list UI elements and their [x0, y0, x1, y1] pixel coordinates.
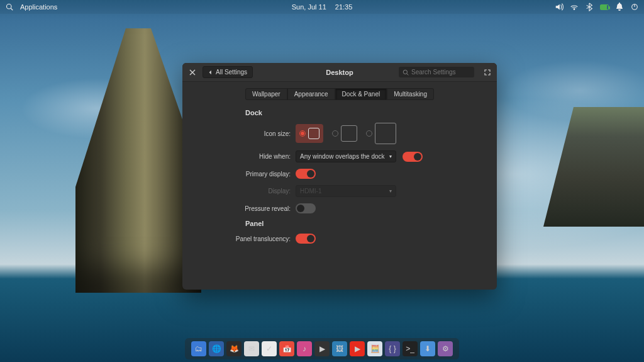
size-preview-large	[375, 123, 396, 144]
section-dock-header: Dock	[245, 109, 497, 116]
tab-multitasking[interactable]: Multitasking	[387, 88, 434, 100]
dock-item-files[interactable]: 🗂	[191, 341, 206, 356]
section-panel-header: Panel	[245, 220, 497, 227]
session-icon[interactable]	[630, 3, 639, 11]
all-settings-button[interactable]: All Settings	[203, 66, 253, 78]
dock-item-videos[interactable]: ▶	[314, 341, 330, 356]
pressure-reveal-toggle[interactable]	[296, 203, 316, 213]
dock-item-photos[interactable]: 🖼	[332, 341, 347, 356]
dock-item-terminal[interactable]: >_	[402, 341, 418, 356]
chevron-down-icon: ▾	[389, 188, 392, 194]
row-icon-size: Icon size:	[182, 123, 497, 144]
svg-point-2	[574, 9, 575, 10]
settings-tabs: Wallpaper Appearance Dock & Panel Multit…	[182, 88, 497, 100]
bluetooth-icon[interactable]	[585, 3, 594, 11]
row-hide-when: Hide when: Any window overlaps the dock …	[182, 150, 497, 162]
applications-menu[interactable]: Applications	[20, 3, 57, 11]
radio-icon	[299, 130, 306, 137]
dock-item-browser-epiphany[interactable]: 🌐	[209, 341, 224, 356]
svg-point-0	[7, 4, 12, 9]
label-panel-translucency: Panel translucency:	[182, 235, 296, 242]
search-input[interactable]	[411, 69, 468, 76]
hide-when-toggle[interactable]	[402, 152, 423, 162]
label-icon-size: Icon size:	[182, 130, 296, 137]
search-icon	[402, 69, 409, 76]
display-dropdown: HDMI-1 ▾	[296, 185, 396, 197]
panel-date[interactable]: Sun, Jul 11	[292, 3, 326, 11]
network-icon[interactable]	[570, 3, 579, 11]
panel-time[interactable]: 21:35	[335, 3, 353, 11]
display-value: HDMI-1	[300, 188, 321, 195]
maximize-button[interactable]	[483, 68, 492, 77]
battery-icon[interactable]	[600, 3, 609, 11]
dock-item-tasks[interactable]: ✓	[262, 341, 277, 356]
radio-icon	[332, 130, 338, 137]
top-panel: Applications Sun, Jul 11 21:35	[0, 0, 644, 14]
settings-search[interactable]	[399, 67, 474, 77]
svg-line-1	[11, 8, 13, 10]
label-hide-when: Hide when:	[182, 153, 296, 160]
close-button[interactable]	[187, 67, 197, 77]
tab-wallpaper[interactable]: Wallpaper	[245, 88, 287, 100]
primary-display-toggle[interactable]	[296, 169, 316, 179]
hide-when-value: Any window overlaps the dock	[300, 153, 385, 160]
back-arrow-icon	[208, 70, 213, 75]
dock: 🗂🌐🦊✉✓📅♪▶🖼▶🧮{ }>_⬇⚙	[185, 338, 459, 359]
icon-size-large[interactable]	[366, 123, 396, 144]
dock-item-youtube[interactable]: ▶	[350, 341, 365, 356]
hide-when-dropdown[interactable]: Any window overlaps the dock ▾	[296, 150, 396, 162]
size-preview-small	[308, 128, 319, 139]
dock-item-mail[interactable]: ✉	[244, 341, 259, 356]
tab-dock-panel[interactable]: Dock & Panel	[335, 88, 387, 100]
notifications-icon[interactable]	[615, 3, 624, 11]
dock-item-calendar[interactable]: 📅	[279, 341, 294, 356]
label-primary-display: Primary display:	[182, 171, 296, 178]
icon-size-small[interactable]	[296, 124, 323, 143]
dock-item-browser-firefox[interactable]: 🦊	[226, 341, 242, 356]
panel-translucency-toggle[interactable]	[296, 234, 316, 244]
tab-appearance[interactable]: Appearance	[287, 88, 335, 100]
window-titlebar[interactable]: All Settings Desktop	[182, 63, 497, 82]
dock-item-calculator[interactable]: 🧮	[367, 341, 382, 356]
svg-line-8	[407, 73, 409, 75]
settings-window: All Settings Desktop Wallpaper Appearanc…	[182, 63, 497, 290]
chevron-down-icon: ▾	[389, 154, 392, 159]
all-settings-label: All Settings	[216, 69, 247, 76]
dock-item-settings[interactable]: ⚙	[438, 341, 453, 356]
label-pressure-reveal: Pressure reveal:	[182, 205, 296, 212]
row-pressure-reveal: Pressure reveal:	[182, 203, 497, 213]
radio-icon	[366, 130, 372, 137]
volume-icon[interactable]	[555, 3, 564, 11]
search-icon[interactable]	[5, 3, 14, 11]
icon-size-medium[interactable]	[332, 125, 357, 142]
svg-point-7	[403, 70, 407, 74]
dock-item-music[interactable]: ♪	[297, 341, 312, 356]
row-primary-display: Primary display:	[182, 169, 497, 179]
window-title: Desktop	[326, 69, 353, 76]
row-display: Display: HDMI-1 ▾	[182, 185, 497, 197]
label-display: Display:	[182, 188, 296, 195]
row-panel-translucency: Panel translucency:	[182, 234, 497, 244]
dock-item-code[interactable]: { }	[385, 341, 400, 356]
dock-item-appcenter[interactable]: ⬇	[420, 341, 435, 356]
size-preview-medium	[341, 125, 357, 142]
